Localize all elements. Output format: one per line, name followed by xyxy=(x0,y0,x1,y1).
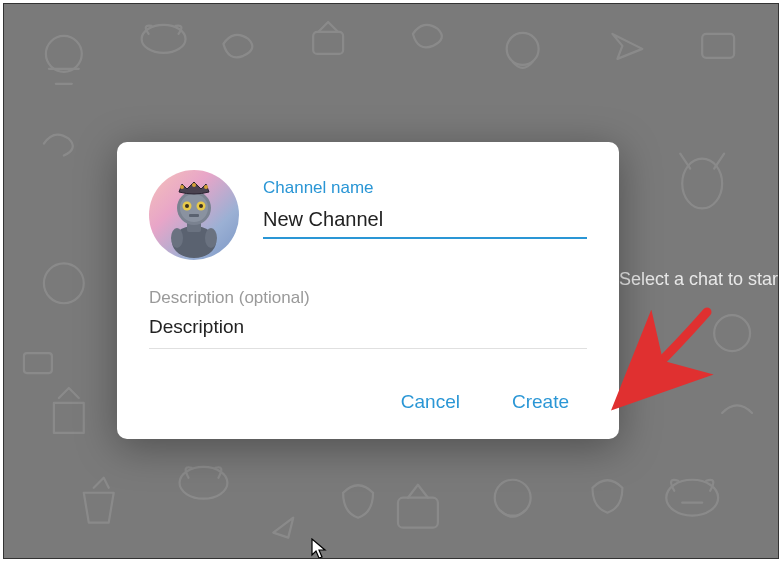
new-channel-dialog: Channel name Description (optional) Canc… xyxy=(117,142,619,439)
channel-name-input[interactable] xyxy=(263,204,587,239)
svg-rect-12 xyxy=(24,353,52,373)
empty-state-hint: Select a chat to star xyxy=(611,265,778,294)
description-label: Description (optional) xyxy=(149,288,587,308)
svg-rect-4 xyxy=(702,34,734,58)
svg-point-10 xyxy=(666,480,718,516)
channel-name-label: Channel name xyxy=(263,178,587,198)
create-button[interactable]: Create xyxy=(502,385,579,419)
svg-point-20 xyxy=(199,204,203,208)
app-viewport: Select a chat to star xyxy=(3,3,779,559)
dialog-button-row: Cancel Create xyxy=(149,385,587,419)
svg-point-23 xyxy=(192,183,196,187)
svg-point-6 xyxy=(44,263,84,303)
channel-avatar[interactable] xyxy=(149,170,239,260)
description-input[interactable] xyxy=(149,314,587,349)
svg-point-1 xyxy=(142,25,186,53)
svg-point-3 xyxy=(507,33,539,65)
channel-name-field: Channel name xyxy=(263,170,587,239)
mouse-cursor-icon xyxy=(311,538,329,559)
description-field: Description (optional) xyxy=(149,288,587,349)
svg-point-0 xyxy=(46,36,82,72)
robot-avatar-icon xyxy=(149,170,239,260)
cancel-button[interactable]: Cancel xyxy=(391,385,470,419)
svg-point-25 xyxy=(171,228,183,248)
svg-point-19 xyxy=(185,204,189,208)
svg-point-24 xyxy=(204,185,208,189)
svg-point-5 xyxy=(682,159,722,209)
svg-rect-2 xyxy=(313,32,343,54)
svg-rect-21 xyxy=(189,214,199,217)
svg-point-26 xyxy=(205,228,217,248)
svg-point-22 xyxy=(180,185,184,189)
svg-point-7 xyxy=(180,467,228,499)
svg-point-11 xyxy=(714,315,750,351)
svg-rect-8 xyxy=(398,498,438,528)
svg-point-9 xyxy=(495,480,531,516)
